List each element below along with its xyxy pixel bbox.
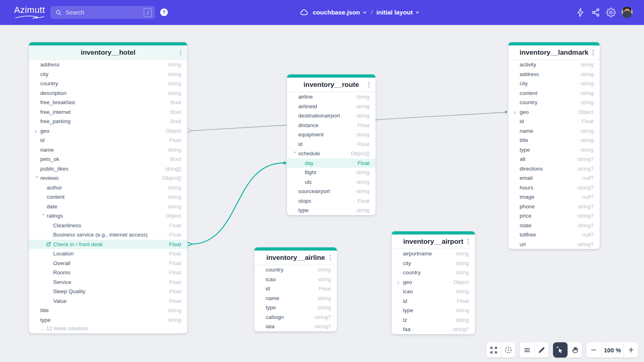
column-row[interactable]: type string bbox=[254, 303, 337, 313]
column-row[interactable]: state string? bbox=[508, 221, 600, 230]
zoom-in-button[interactable] bbox=[623, 342, 638, 358]
fit-to-screen-button[interactable] bbox=[501, 342, 515, 358]
column-row[interactable]: country string bbox=[29, 79, 187, 88]
table-card[interactable]: inventory__route airline string airlinei… bbox=[287, 74, 376, 215]
kebab-menu-icon[interactable] bbox=[590, 49, 596, 56]
relation-hotel-checkin-route-day-selected[interactable] bbox=[188, 162, 286, 247]
table-header[interactable]: inventory__airport bbox=[392, 234, 475, 249]
column-row[interactable]: city string bbox=[392, 259, 475, 268]
chevron-icon[interactable]: › bbox=[41, 214, 47, 219]
column-row[interactable]: distance Float bbox=[287, 121, 376, 130]
column-row[interactable]: type string bbox=[29, 315, 187, 325]
column-row[interactable]: Overall Float bbox=[29, 259, 187, 268]
column-row[interactable]: country string bbox=[254, 265, 337, 275]
column-row[interactable]: city string bbox=[29, 70, 187, 79]
column-row[interactable]: › geo Object bbox=[29, 126, 187, 136]
column-row[interactable]: alt string? bbox=[508, 154, 600, 164]
lightning-icon[interactable] bbox=[576, 8, 585, 17]
column-row[interactable]: hours string? bbox=[508, 183, 600, 193]
zoom-out-button[interactable] bbox=[586, 342, 601, 358]
column-row[interactable]: Check in / front desk Float bbox=[29, 240, 187, 249]
column-row[interactable]: id Float bbox=[29, 136, 187, 145]
column-row[interactable]: free_internet Bool bbox=[29, 107, 187, 117]
kebab-menu-icon[interactable] bbox=[465, 239, 471, 245]
column-row[interactable]: Location Float bbox=[29, 249, 187, 259]
table-header[interactable]: inventory__landmark bbox=[508, 45, 600, 60]
project-selector[interactable]: couchbase.json bbox=[313, 9, 367, 16]
search-input[interactable] bbox=[66, 9, 144, 16]
column-row[interactable]: name string bbox=[254, 294, 337, 303]
select-tool-button[interactable] bbox=[553, 342, 568, 358]
column-row[interactable]: country string bbox=[508, 98, 600, 107]
column-row[interactable]: name string bbox=[29, 145, 187, 155]
column-row[interactable]: flight string bbox=[287, 168, 376, 177]
column-row[interactable]: date string bbox=[29, 202, 187, 212]
column-row[interactable]: name string bbox=[508, 126, 600, 136]
column-row[interactable]: › schedule Object[] bbox=[287, 149, 376, 158]
kebab-menu-icon[interactable] bbox=[365, 82, 372, 88]
column-row[interactable]: id Float bbox=[287, 140, 376, 149]
column-row[interactable]: icao string bbox=[254, 275, 337, 284]
pan-tool-button[interactable] bbox=[568, 342, 582, 358]
column-row[interactable]: address string bbox=[508, 70, 600, 79]
column-row[interactable]: type string bbox=[287, 206, 376, 215]
column-row[interactable]: phone string? bbox=[508, 202, 600, 212]
table-card[interactable]: inventory__airport airportname string ci… bbox=[392, 231, 475, 334]
chevron-icon[interactable]: › bbox=[293, 151, 299, 157]
column-row[interactable]: Business service (e.g., internet access)… bbox=[29, 230, 187, 240]
column-row[interactable]: id Float bbox=[392, 296, 475, 306]
column-row[interactable]: content string bbox=[29, 192, 187, 202]
fullscreen-button[interactable] bbox=[486, 342, 501, 358]
column-row[interactable]: author string bbox=[29, 183, 187, 193]
column-row[interactable]: iata string? bbox=[254, 322, 337, 331]
diagram-canvas[interactable]: inventory__hotel address string city str… bbox=[0, 25, 644, 362]
column-row[interactable]: equipment string bbox=[287, 130, 376, 140]
column-row[interactable]: tollfree null? bbox=[508, 230, 600, 240]
share-icon[interactable] bbox=[591, 8, 601, 17]
user-avatar[interactable] bbox=[621, 7, 633, 18]
column-row[interactable]: › reviews Object[] bbox=[29, 173, 187, 183]
gear-icon[interactable] bbox=[606, 8, 616, 17]
column-row[interactable]: type string bbox=[392, 306, 475, 315]
kebab-menu-icon[interactable] bbox=[327, 255, 333, 261]
table-header[interactable]: inventory__hotel bbox=[29, 45, 187, 60]
column-row[interactable]: id Float bbox=[254, 284, 337, 294]
column-row[interactable]: free_breakfast Bool bbox=[29, 98, 187, 107]
column-row[interactable]: city string bbox=[508, 79, 600, 88]
column-row[interactable]: description string bbox=[29, 88, 187, 98]
table-list-button[interactable] bbox=[520, 342, 534, 358]
column-row[interactable]: pets_ok Bool bbox=[29, 154, 187, 164]
column-row[interactable]: free_parking Bool bbox=[29, 117, 187, 126]
column-row[interactable]: country string bbox=[392, 268, 475, 278]
column-row[interactable]: airline string bbox=[287, 92, 376, 102]
table-card[interactable]: inventory__hotel address string city str… bbox=[29, 42, 187, 333]
column-row[interactable]: airportname string bbox=[392, 249, 475, 259]
column-row[interactable]: address string bbox=[29, 60, 187, 70]
column-row[interactable]: destinationairport string bbox=[287, 111, 376, 121]
table-card[interactable]: inventory__landmark activity string addr… bbox=[508, 42, 600, 249]
column-row[interactable]: public_likes string[] bbox=[29, 164, 187, 174]
column-row[interactable]: content string bbox=[508, 88, 600, 98]
column-row[interactable]: airlineid string bbox=[287, 102, 376, 111]
help-icon[interactable]: ? bbox=[160, 8, 168, 16]
column-row[interactable]: › geo Object bbox=[508, 107, 600, 117]
search-box[interactable]: / bbox=[50, 6, 155, 19]
azimutt-logo[interactable]: Azimutt bbox=[14, 5, 45, 15]
column-row[interactable]: directions string? bbox=[508, 164, 600, 174]
layout-selector[interactable]: initial layout bbox=[376, 9, 420, 16]
chevron-icon[interactable]: › bbox=[35, 128, 40, 134]
column-row[interactable]: faa string? bbox=[392, 325, 475, 334]
edit-button[interactable] bbox=[534, 342, 549, 358]
column-row[interactable]: activity string bbox=[508, 60, 600, 70]
column-row[interactable]: icao string bbox=[392, 287, 475, 296]
column-row[interactable]: Service Float bbox=[29, 278, 187, 287]
column-row[interactable]: title string bbox=[29, 306, 187, 315]
table-header[interactable]: inventory__airline bbox=[254, 251, 337, 265]
column-row[interactable]: title string bbox=[508, 136, 600, 145]
table-header[interactable]: inventory__route bbox=[287, 78, 376, 92]
column-row[interactable]: Cleanliness Float bbox=[29, 221, 187, 230]
column-row[interactable]: id Float bbox=[508, 117, 600, 126]
chevron-icon[interactable]: › bbox=[514, 109, 520, 115]
chevron-icon[interactable]: › bbox=[35, 176, 41, 181]
column-row[interactable]: sourceairport string bbox=[287, 187, 376, 196]
